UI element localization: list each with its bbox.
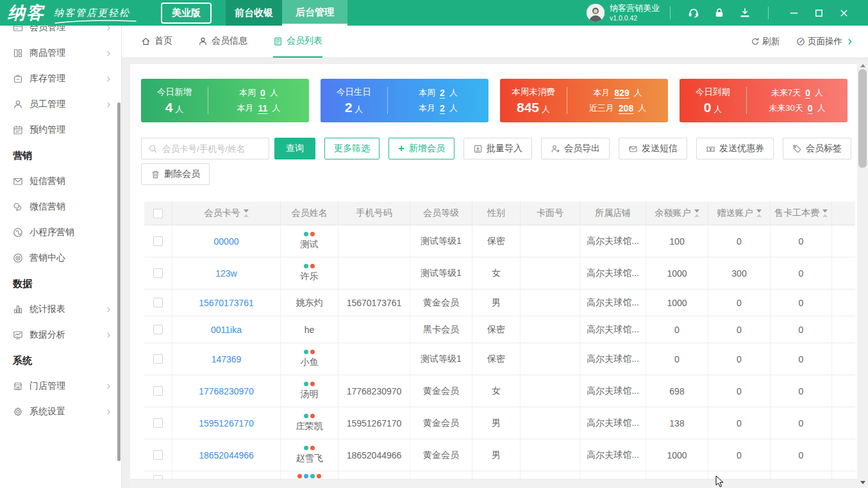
member-level-cell: 测试等级1 [410,343,472,375]
column-header-gift[interactable]: 赠送账户 [708,202,771,225]
sidebar-item[interactable]: 小程序营销 [0,220,121,245]
sidebar-item-label: 短信营销 [29,175,112,187]
chevron-right-icon [105,306,112,313]
sidebar-item[interactable]: 门店管理 [0,373,121,399]
sidebar-scrollbar[interactable] [117,102,121,461]
tab-home[interactable]: 首页 [141,26,172,58]
export-member-button[interactable]: 会员导出 [541,138,610,159]
row-checkbox[interactable] [153,325,163,334]
sidebar-item[interactable]: 数据分析 [0,322,121,348]
card-face-cell [521,289,580,316]
member-gender-cell: 男 [472,289,521,316]
sidebar-item[interactable]: 会员管理 [0,26,121,40]
balance-cell: 698 [646,375,708,407]
member-tag-dots [304,264,315,268]
sidebar-item[interactable]: 库存管理 [0,66,121,92]
scroll-up-arrow[interactable] [857,61,868,70]
select-all-checkbox[interactable] [153,209,163,218]
avatar[interactable] [587,4,605,22]
refresh-button[interactable]: 刷新 [751,36,780,47]
member-tag-button[interactable]: 会员标签 [783,138,851,159]
member-card-link[interactable]: 18652044966 [172,439,281,471]
search-button[interactable]: 查询 [274,138,315,159]
row-checkbox[interactable] [153,268,163,278]
sort-icon[interactable] [756,209,762,217]
window-maximize-button[interactable] [814,8,824,18]
topbar-divider [768,6,769,19]
chevron-right-icon [105,76,112,83]
stat-sub-row: 本周2人 [419,87,458,99]
tab-member-info[interactable]: 会员信息 [198,26,247,58]
sidebar-item[interactable]: 营销中心 [0,245,121,271]
tab-member-list[interactable]: 会员列表 [273,26,322,58]
member-card-link[interactable]: 15951267170 [172,407,281,439]
sidebar-item[interactable]: 系统设置 [0,399,121,425]
window-minimize-button[interactable] [789,8,799,18]
window-close-button[interactable] [839,8,849,18]
member-tag-dots [304,414,315,418]
sidebar-item[interactable]: 预约管理 [0,117,121,143]
batch-import-button[interactable]: 批量导入 [463,138,532,159]
column-header-fee[interactable]: 售卡工本费 [771,202,832,225]
stat-card[interactable]: 今日到期0人未来7天0人未来30天0人 [680,79,847,122]
sidebar-item[interactable]: 微信营销 [0,194,121,220]
member-card-link[interactable]: 15670173761 [172,289,281,316]
goods-icon [13,48,23,58]
stat-main: 本周未消费845人 [500,86,567,115]
user-info[interactable]: 纳客营销美业 v1.0.0.42 [610,3,660,22]
send-coupon-button[interactable]: 发送优惠券 [696,138,774,159]
send-sms-button[interactable]: 发送短信 [619,138,687,159]
column-header-balance[interactable]: 余额账户 [646,202,708,225]
topbar-divider [670,6,671,19]
sort-icon[interactable] [822,209,828,217]
member-card-link[interactable]: 147369 [172,343,281,375]
horizontal-scrollbar[interactable] [130,479,857,488]
search-icon [148,144,158,154]
sort-icon[interactable] [244,209,249,217]
support-headset-icon[interactable] [688,7,699,19]
sidebar-item[interactable]: 短信营销 [0,168,121,194]
member-card-link[interactable]: 00000 [172,225,281,257]
delete-member-button[interactable]: 删除会员 [141,163,210,185]
row-checkbox[interactable] [153,386,163,396]
edition-badge[interactable]: 美业版 [161,3,212,24]
member-gender-cell: 女 [472,257,521,289]
stat-card[interactable]: 今日新增4人本周0人本月11人 [141,79,309,122]
member-phone-cell [338,343,410,375]
nav-front-cashier[interactable]: 前台收银 [226,0,282,26]
column-header-card_face: 卡面号 [521,202,580,225]
sidebar-item[interactable]: 统计报表 [0,297,121,322]
more-filter-button[interactable]: 更多筛选 [324,138,380,159]
table-row: 0011ikahe黑卡会员保密高尔夫球馆...000 [144,316,855,343]
member-card-link[interactable]: 17768230970 [172,375,281,407]
nav-back-manage[interactable]: 后台管理 [282,0,347,26]
row-checkbox[interactable] [153,354,163,364]
stat-card[interactable]: 今日生日2人本周2人本月2人 [321,79,488,122]
column-header-card[interactable]: 会员卡号 [172,202,281,225]
member-store-cell: 高尔夫球馆... [580,257,646,289]
member-card-link[interactable]: 0011ika [172,316,281,343]
row-checkbox[interactable] [153,418,163,428]
gift-balance-cell: 0 [708,407,771,439]
member-card-link[interactable]: 123w [172,257,281,289]
export-icon [551,144,560,154]
scrollbar-thumb[interactable] [858,69,867,168]
member-search-box[interactable] [141,138,269,159]
stat-card[interactable]: 本周未消费845人本月829人近三月208人 [500,79,668,122]
row-checkbox[interactable] [153,450,163,460]
vertical-scrollbar[interactable] [857,61,868,488]
page-operations-button[interactable]: 页面操作 [796,36,842,47]
scroll-down-arrow[interactable] [857,478,868,487]
toolbar-row-2: 删除会员 [141,163,210,185]
sort-icon[interactable] [694,209,699,217]
search-input[interactable] [162,144,262,154]
sidebar-item[interactable]: 商品管理 [0,40,121,66]
lock-icon[interactable] [714,7,725,19]
row-checkbox[interactable] [153,298,163,307]
chevron-right-icon[interactable] [846,38,854,45]
add-member-button[interactable]: +新增会员 [388,138,455,159]
download-icon[interactable] [739,7,751,19]
row-checkbox[interactable] [153,236,163,246]
table-row: 15951267170庄荣凯15951267170黄金会员男高尔夫球馆...13… [144,407,855,439]
sidebar-item[interactable]: 员工管理 [0,92,121,117]
